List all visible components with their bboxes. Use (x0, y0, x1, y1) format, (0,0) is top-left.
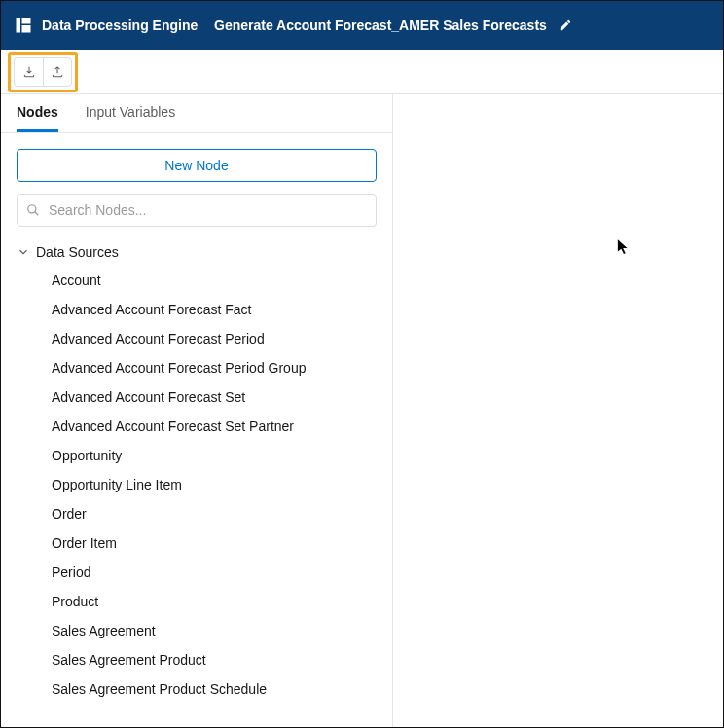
svg-rect-1 (22, 18, 31, 24)
tree-item[interactable]: Advanced Account Forecast Set (52, 382, 377, 412)
panel-content: New Node Data Sources AccountAdvanced Ac… (1, 133, 392, 719)
tree-group-header-data-sources[interactable]: Data Sources (17, 238, 377, 266)
tree-item[interactable]: Order Item (52, 528, 377, 558)
download-button[interactable] (14, 57, 43, 87)
tree-item[interactable]: Advanced Account Forecast Set Partner (52, 412, 377, 441)
header-left: Data Processing Engine (15, 17, 214, 34)
tree-items: AccountAdvanced Account Forecast FactAdv… (52, 266, 377, 704)
upload-button[interactable] (43, 57, 72, 87)
cursor-icon (617, 238, 631, 256)
svg-rect-2 (22, 25, 31, 33)
tree-item[interactable]: Advanced Account Forecast Period (52, 324, 377, 353)
tree-item[interactable]: Period (52, 558, 377, 587)
definition-title: Generate Account Forecast_AMER Sales For… (214, 18, 547, 33)
tree-item[interactable]: Sales Agreement Product Schedule (52, 674, 377, 704)
group-label: Data Sources (36, 244, 119, 260)
app-title: Data Processing Engine (42, 18, 198, 33)
tree-item[interactable]: Opportunity Line Item (52, 470, 377, 499)
svg-rect-0 (17, 18, 21, 33)
tree-item[interactable]: Opportunity (52, 441, 377, 470)
chevron-down-icon (17, 245, 30, 259)
tabs: Nodes Input Variables (1, 94, 392, 133)
svg-line-4 (35, 212, 39, 216)
tree-item[interactable]: Advanced Account Forecast Period Group (52, 353, 377, 382)
svg-point-3 (28, 205, 36, 213)
header-center: Generate Account Forecast_AMER Sales For… (214, 17, 574, 34)
body-area: Nodes Input Variables New Node Data Sour… (1, 94, 723, 727)
tab-nodes[interactable]: Nodes (17, 94, 58, 132)
search-icon (26, 203, 40, 217)
new-node-button[interactable]: New Node (17, 149, 377, 182)
tree-item[interactable]: Advanced Account Forecast Fact (52, 295, 377, 324)
tree-item[interactable]: Product (52, 587, 377, 616)
tab-input-variables[interactable]: Input Variables (86, 94, 175, 132)
tree: Data Sources AccountAdvanced Account For… (17, 238, 377, 704)
search-wrap (17, 194, 377, 227)
tree-item[interactable]: Order (52, 499, 377, 528)
search-input[interactable] (17, 194, 377, 227)
tree-item[interactable]: Account (52, 266, 377, 295)
tree-item[interactable]: Sales Agreement Product (52, 645, 377, 674)
canvas[interactable] (393, 94, 723, 727)
tree-item[interactable]: Sales Agreement (52, 616, 377, 645)
upload-icon (51, 65, 64, 79)
edit-title-button[interactable] (557, 17, 574, 34)
toolbar (1, 50, 723, 94)
left-panel: Nodes Input Variables New Node Data Sour… (1, 94, 393, 727)
download-icon (22, 65, 36, 79)
app-header: Data Processing Engine Generate Account … (1, 1, 723, 50)
pencil-icon (559, 18, 572, 32)
dashboard-icon (15, 17, 32, 34)
toolbar-highlight (8, 52, 78, 92)
